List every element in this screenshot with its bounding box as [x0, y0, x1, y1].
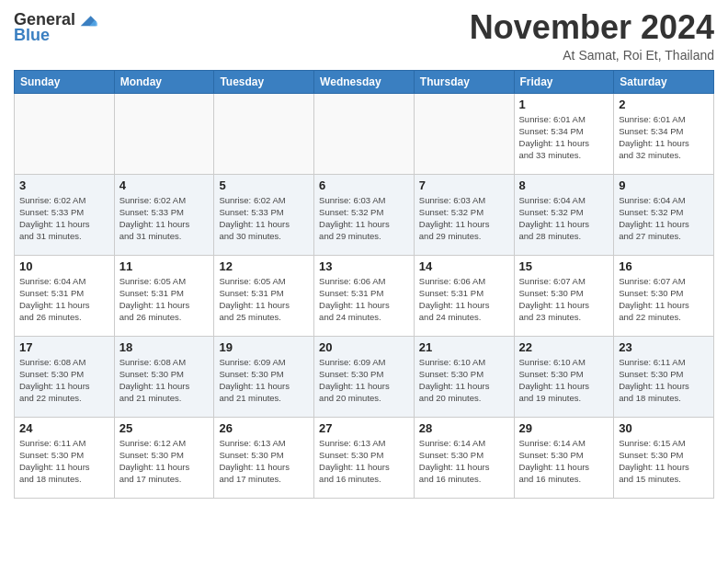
day-number: 2: [619, 98, 709, 111]
calendar-day: 12Sunrise: 6:05 AMSunset: 5:31 PMDayligh…: [214, 255, 314, 336]
col-monday: Monday: [114, 70, 214, 93]
day-info: Sunrise: 6:11 AMSunset: 5:30 PMDaylight:…: [19, 437, 109, 486]
col-thursday: Thursday: [414, 70, 514, 93]
day-info: Sunrise: 6:08 AMSunset: 5:30 PMDaylight:…: [119, 356, 210, 405]
calendar-day: 21Sunrise: 6:10 AMSunset: 5:30 PMDayligh…: [414, 336, 514, 417]
day-info: Sunrise: 6:02 AMSunset: 5:33 PMDaylight:…: [19, 194, 109, 243]
day-info: Sunrise: 6:04 AMSunset: 5:32 PMDaylight:…: [519, 194, 609, 243]
day-number: 29: [519, 421, 609, 435]
day-number: 9: [619, 178, 709, 192]
calendar-day: 30Sunrise: 6:15 AMSunset: 5:30 PMDayligh…: [614, 417, 714, 498]
calendar-body: 1Sunrise: 6:01 AMSunset: 5:34 PMDaylight…: [15, 93, 714, 498]
day-number: 19: [219, 340, 309, 354]
day-info: Sunrise: 6:09 AMSunset: 5:30 PMDaylight:…: [319, 356, 409, 405]
day-info: Sunrise: 6:15 AMSunset: 5:30 PMDaylight:…: [619, 437, 709, 486]
day-number: 23: [619, 340, 709, 354]
day-info: Sunrise: 6:14 AMSunset: 5:30 PMDaylight:…: [419, 437, 509, 486]
calendar-day: 20Sunrise: 6:09 AMSunset: 5:30 PMDayligh…: [314, 336, 415, 417]
day-info: Sunrise: 6:14 AMSunset: 5:30 PMDaylight:…: [519, 437, 609, 486]
day-number: 8: [519, 178, 609, 192]
day-number: 11: [119, 259, 210, 273]
calendar-day: 14Sunrise: 6:06 AMSunset: 5:31 PMDayligh…: [414, 255, 514, 336]
calendar-day: [114, 93, 214, 174]
day-info: Sunrise: 6:01 AMSunset: 5:34 PMDaylight:…: [519, 113, 609, 162]
day-info: Sunrise: 6:07 AMSunset: 5:30 PMDaylight:…: [519, 275, 609, 324]
calendar-day: 2Sunrise: 6:01 AMSunset: 5:34 PMDaylight…: [614, 93, 714, 174]
calendar-day: [214, 93, 314, 174]
title-block: November 2024 At Samat, Roi Et, Thailand: [470, 9, 714, 63]
header: General Blue November 2024 At Samat, Roi…: [14, 9, 714, 63]
page: General Blue November 2024 At Samat, Roi…: [0, 0, 728, 563]
day-info: Sunrise: 6:05 AMSunset: 5:31 PMDaylight:…: [119, 275, 210, 324]
day-number: 18: [119, 340, 210, 354]
calendar-day: 28Sunrise: 6:14 AMSunset: 5:30 PMDayligh…: [414, 417, 514, 498]
calendar-day: 22Sunrise: 6:10 AMSunset: 5:30 PMDayligh…: [514, 336, 614, 417]
day-number: 26: [219, 421, 309, 435]
day-number: 22: [519, 340, 609, 354]
calendar-day: 13Sunrise: 6:06 AMSunset: 5:31 PMDayligh…: [314, 255, 415, 336]
day-number: 1: [519, 98, 609, 111]
calendar-day: 25Sunrise: 6:12 AMSunset: 5:30 PMDayligh…: [114, 417, 214, 498]
day-number: 4: [119, 178, 210, 192]
day-number: 10: [19, 259, 109, 273]
calendar-day: 19Sunrise: 6:09 AMSunset: 5:30 PMDayligh…: [214, 336, 314, 417]
calendar-day: 15Sunrise: 6:07 AMSunset: 5:30 PMDayligh…: [514, 255, 614, 336]
day-number: 30: [619, 421, 709, 435]
calendar-day: 27Sunrise: 6:13 AMSunset: 5:30 PMDayligh…: [314, 417, 415, 498]
month-title: November 2024: [470, 9, 714, 46]
subtitle: At Samat, Roi Et, Thailand: [470, 48, 714, 63]
day-info: Sunrise: 6:04 AMSunset: 5:32 PMDaylight:…: [619, 194, 709, 243]
calendar-day: 6Sunrise: 6:03 AMSunset: 5:32 PMDaylight…: [314, 174, 415, 255]
calendar-day: [314, 93, 415, 174]
calendar-day: 1Sunrise: 6:01 AMSunset: 5:34 PMDaylight…: [514, 93, 614, 174]
day-info: Sunrise: 6:10 AMSunset: 5:30 PMDaylight:…: [519, 356, 609, 405]
day-info: Sunrise: 6:06 AMSunset: 5:31 PMDaylight:…: [419, 275, 509, 324]
calendar-day: 11Sunrise: 6:05 AMSunset: 5:31 PMDayligh…: [114, 255, 214, 336]
day-number: 17: [19, 340, 109, 354]
calendar-day: 29Sunrise: 6:14 AMSunset: 5:30 PMDayligh…: [514, 417, 614, 498]
day-info: Sunrise: 6:10 AMSunset: 5:30 PMDaylight:…: [419, 356, 509, 405]
day-number: 20: [319, 340, 409, 354]
col-wednesday: Wednesday: [314, 70, 415, 93]
calendar-day: 17Sunrise: 6:08 AMSunset: 5:30 PMDayligh…: [15, 336, 115, 417]
col-tuesday: Tuesday: [214, 70, 314, 93]
day-number: 14: [419, 259, 509, 273]
day-info: Sunrise: 6:07 AMSunset: 5:30 PMDaylight:…: [619, 275, 709, 324]
day-info: Sunrise: 6:11 AMSunset: 5:30 PMDaylight:…: [619, 356, 709, 405]
logo-icon: [77, 9, 97, 29]
calendar-day: 24Sunrise: 6:11 AMSunset: 5:30 PMDayligh…: [15, 417, 115, 498]
calendar-day: 23Sunrise: 6:11 AMSunset: 5:30 PMDayligh…: [614, 336, 714, 417]
day-number: 28: [419, 421, 509, 435]
day-number: 6: [319, 178, 409, 192]
day-number: 27: [319, 421, 409, 435]
day-info: Sunrise: 6:01 AMSunset: 5:34 PMDaylight:…: [619, 113, 709, 162]
day-info: Sunrise: 6:03 AMSunset: 5:32 PMDaylight:…: [319, 194, 409, 243]
calendar-day: 8Sunrise: 6:04 AMSunset: 5:32 PMDaylight…: [514, 174, 614, 255]
calendar-day: [414, 93, 514, 174]
day-number: 25: [119, 421, 210, 435]
calendar-week-3: 10Sunrise: 6:04 AMSunset: 5:31 PMDayligh…: [15, 255, 714, 336]
day-info: Sunrise: 6:04 AMSunset: 5:31 PMDaylight:…: [19, 275, 109, 324]
day-info: Sunrise: 6:06 AMSunset: 5:31 PMDaylight:…: [319, 275, 409, 324]
day-info: Sunrise: 6:02 AMSunset: 5:33 PMDaylight:…: [119, 194, 210, 243]
calendar-day: 10Sunrise: 6:04 AMSunset: 5:31 PMDayligh…: [15, 255, 115, 336]
calendar-day: 18Sunrise: 6:08 AMSunset: 5:30 PMDayligh…: [114, 336, 214, 417]
col-sunday: Sunday: [15, 70, 115, 93]
col-saturday: Saturday: [614, 70, 714, 93]
day-info: Sunrise: 6:03 AMSunset: 5:32 PMDaylight:…: [419, 194, 509, 243]
day-info: Sunrise: 6:05 AMSunset: 5:31 PMDaylight:…: [219, 275, 309, 324]
calendar-day: 9Sunrise: 6:04 AMSunset: 5:32 PMDaylight…: [614, 174, 714, 255]
day-number: 16: [619, 259, 709, 273]
calendar-day: 16Sunrise: 6:07 AMSunset: 5:30 PMDayligh…: [614, 255, 714, 336]
day-info: Sunrise: 6:02 AMSunset: 5:33 PMDaylight:…: [219, 194, 309, 243]
day-number: 7: [419, 178, 509, 192]
day-info: Sunrise: 6:13 AMSunset: 5:30 PMDaylight:…: [319, 437, 409, 486]
day-info: Sunrise: 6:09 AMSunset: 5:30 PMDaylight:…: [219, 356, 309, 405]
calendar-week-1: 1Sunrise: 6:01 AMSunset: 5:34 PMDaylight…: [15, 93, 714, 174]
day-info: Sunrise: 6:12 AMSunset: 5:30 PMDaylight:…: [119, 437, 210, 486]
calendar-week-5: 24Sunrise: 6:11 AMSunset: 5:30 PMDayligh…: [15, 417, 714, 498]
day-number: 12: [219, 259, 309, 273]
day-number: 15: [519, 259, 609, 273]
calendar-day: 3Sunrise: 6:02 AMSunset: 5:33 PMDaylight…: [15, 174, 115, 255]
calendar-week-2: 3Sunrise: 6:02 AMSunset: 5:33 PMDaylight…: [15, 174, 714, 255]
